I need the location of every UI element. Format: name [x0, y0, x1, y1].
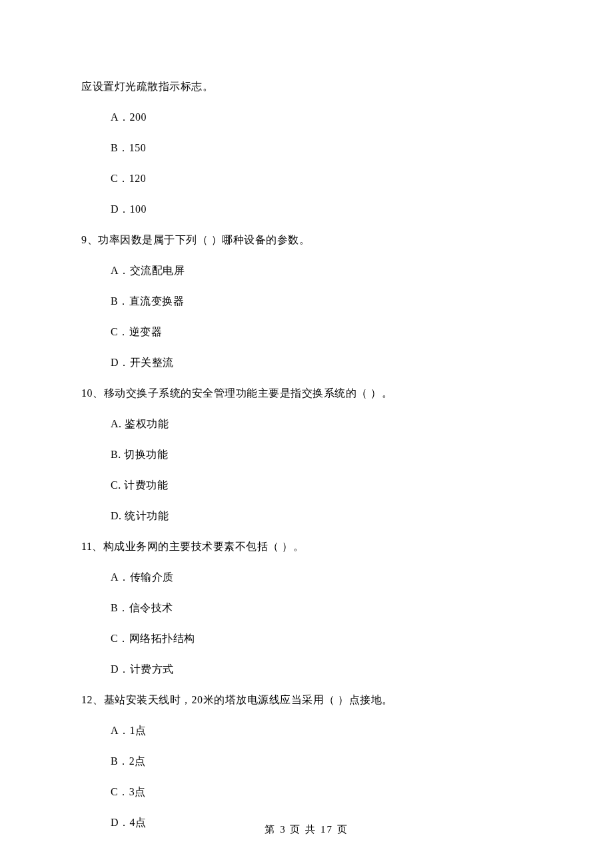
- q9-option-b: B．直流变换器: [81, 293, 532, 309]
- q10-option-b: B. 切换功能: [81, 447, 532, 463]
- q9-option-d: D．开关整流: [81, 355, 532, 371]
- q11-option-d: D．计费方式: [81, 661, 532, 677]
- q9-option-c: C．逆变器: [81, 324, 532, 340]
- q9-text: 9、功率因数是属于下列（ ）哪种设备的参数。: [81, 232, 532, 248]
- q12-option-b: B．2点: [81, 753, 532, 769]
- q11-text: 11、构成业务网的主要技术要素不包括（ ）。: [81, 539, 532, 555]
- q10-option-d: D. 统计功能: [81, 508, 532, 524]
- q8-option-d: D．100: [81, 201, 532, 217]
- q8-option-a: A．200: [81, 109, 532, 125]
- document-page: 应设置灯光疏散指示标志。 A．200 B．150 C．120 D．100 9、功…: [0, 0, 613, 868]
- q10-text: 10、移动交换子系统的安全管理功能主要是指交换系统的（ ）。: [81, 385, 532, 401]
- q12-option-c: C．3点: [81, 784, 532, 800]
- continuation-text: 应设置灯光疏散指示标志。: [81, 79, 532, 95]
- q8-option-c: C．120: [81, 171, 532, 187]
- q10-option-c: C. 计费功能: [81, 477, 532, 493]
- q11-option-b: B．信令技术: [81, 600, 532, 616]
- q12-option-a: A．1点: [81, 723, 532, 739]
- q11-option-a: A．传输介质: [81, 569, 532, 585]
- q12-text: 12、基站安装天线时，20米的塔放电源线应当采用（ ）点接地。: [81, 692, 532, 708]
- q10-option-a: A. 鉴权功能: [81, 416, 532, 432]
- page-footer: 第 3 页 共 17 页: [0, 823, 613, 836]
- q8-option-b: B．150: [81, 140, 532, 156]
- q11-option-c: C．网络拓扑结构: [81, 631, 532, 647]
- q9-option-a: A．交流配电屏: [81, 263, 532, 279]
